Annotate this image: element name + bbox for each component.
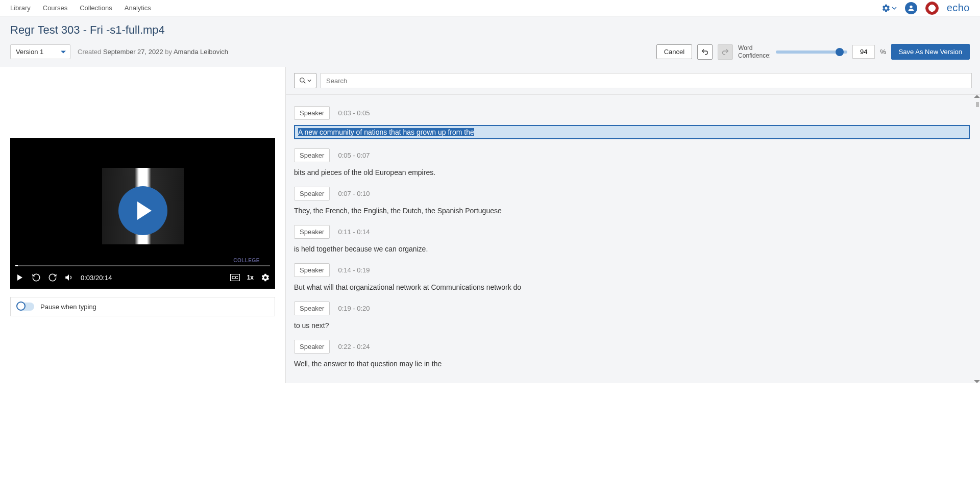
created-date: September 27, 2022 — [103, 48, 163, 56]
segment-text[interactable]: is held together because we can organize… — [294, 244, 972, 254]
segment-text[interactable]: They, the French, the English, the Dutch… — [294, 206, 972, 216]
header-right: Cancel Word Confidence: % Save As New Ve… — [656, 44, 970, 60]
undo-button[interactable] — [697, 44, 713, 60]
speaker-button[interactable]: Speaker — [294, 187, 330, 200]
transcript-segment: Speaker0:11 - 0:14is held together becau… — [294, 225, 972, 254]
segment-text[interactable]: A new community of nations that has grow… — [294, 125, 970, 139]
word-confidence-slider[interactable] — [776, 51, 847, 54]
scroll-thumb[interactable] — [976, 102, 979, 107]
segment-time: 0:22 - 0:24 — [338, 343, 370, 350]
chevron-down-icon — [892, 6, 897, 11]
volume-icon — [64, 273, 74, 282]
redo-icon — [721, 48, 729, 56]
user-account-icon[interactable] — [905, 2, 917, 14]
word-confidence-label: Word Confidence: — [738, 44, 771, 59]
video-settings-button[interactable] — [261, 273, 270, 282]
nav-analytics[interactable]: Analytics — [125, 4, 151, 12]
segment-text[interactable]: Well, the answer to that question may li… — [294, 359, 972, 369]
video-time: 0:03/20:14 — [81, 274, 112, 282]
chevron-down-icon — [307, 79, 311, 83]
segment-header: Speaker0:14 - 0:19 — [294, 263, 972, 277]
scrollbar[interactable] — [975, 95, 980, 383]
redo-button — [718, 44, 733, 60]
gear-icon — [881, 4, 891, 13]
segment-text[interactable]: bits and pieces of the old European empi… — [294, 167, 972, 178]
speaker-button[interactable]: Speaker — [294, 148, 330, 162]
settings-menu[interactable] — [881, 4, 897, 13]
percent-label: % — [880, 48, 886, 56]
play-button[interactable] — [15, 273, 24, 282]
video-player: COLLEGE 0:03/20:14 CC 1x — [10, 138, 275, 289]
left-pane: COLLEGE 0:03/20:14 CC 1x — [0, 67, 286, 383]
svg-point-1 — [300, 78, 304, 82]
segment-time: 0:05 - 0:07 — [338, 152, 370, 159]
created-text: Created September 27, 2022 by Amanda Lei… — [78, 48, 228, 56]
volume-button[interactable] — [64, 273, 74, 282]
page-header: Regr Test 303 - Fri -s1-full.mp4 Version… — [0, 16, 980, 67]
segment-time: 0:07 - 0:10 — [338, 190, 370, 197]
undo-icon — [701, 48, 709, 56]
institution-badge[interactable] — [925, 2, 939, 15]
segment-header: Speaker0:19 - 0:20 — [294, 301, 972, 315]
top-nav: Library Courses Collections Analytics ec… — [0, 0, 980, 16]
cancel-button[interactable]: Cancel — [656, 44, 692, 59]
speaker-button[interactable]: Speaker — [294, 301, 330, 315]
right-pane: Speaker0:03 - 0:05A new community of nat… — [286, 67, 980, 383]
speaker-button[interactable]: Speaker — [294, 263, 330, 277]
segment-time: 0:19 - 0:20 — [338, 305, 370, 312]
person-icon — [907, 4, 915, 12]
gear-icon — [261, 273, 270, 282]
transcript-segment: Speaker0:07 - 0:10They, the French, the … — [294, 187, 972, 216]
scroll-up-icon[interactable] — [974, 95, 980, 98]
pause-when-typing-label: Pause when typing — [40, 303, 96, 311]
pause-when-typing-row: Pause when typing — [10, 297, 275, 316]
segment-text[interactable]: But what will that organizational networ… — [294, 282, 972, 292]
segment-header: Speaker0:22 - 0:24 — [294, 340, 972, 354]
save-button[interactable]: Save As New Version — [891, 44, 970, 60]
transcript-segment: Speaker0:19 - 0:20to us next? — [294, 301, 972, 331]
svg-line-2 — [304, 82, 306, 84]
rewind-button[interactable] — [32, 273, 41, 282]
nav-courses[interactable]: Courses — [43, 4, 67, 12]
main: COLLEGE 0:03/20:14 CC 1x — [0, 67, 980, 383]
pause-when-typing-toggle[interactable] — [17, 303, 34, 311]
speaker-button[interactable]: Speaker — [294, 106, 330, 120]
nav-links: Library Courses Collections Analytics — [10, 4, 151, 12]
page-title: Regr Test 303 - Fri -s1-full.mp4 — [10, 23, 970, 37]
created-author: Amanda Leibovich — [174, 48, 228, 56]
segment-time: 0:11 - 0:14 — [338, 228, 370, 236]
scroll-down-icon[interactable] — [974, 380, 980, 383]
speaker-button[interactable]: Speaker — [294, 340, 330, 354]
forward-icon — [48, 272, 57, 283]
rewind-icon — [32, 272, 41, 283]
nav-right: echo — [881, 2, 970, 15]
play-icon — [16, 274, 23, 281]
transcript-list[interactable]: Speaker0:03 - 0:05A new community of nat… — [286, 95, 980, 383]
transcript-segment: Speaker0:03 - 0:05A new community of nat… — [294, 106, 972, 139]
segment-header: Speaker0:05 - 0:07 — [294, 148, 972, 162]
segment-text[interactable]: to us next? — [294, 320, 972, 331]
segment-header: Speaker0:07 - 0:10 — [294, 187, 972, 200]
header-left: Version 1 Created September 27, 2022 by … — [10, 44, 228, 59]
speaker-button[interactable]: Speaker — [294, 225, 330, 239]
version-select[interactable]: Version 1 — [10, 44, 70, 59]
play-big-button[interactable] — [118, 186, 167, 235]
search-input[interactable] — [321, 73, 972, 88]
forward-button[interactable] — [48, 273, 57, 282]
echo-logo[interactable]: echo — [947, 2, 970, 14]
nav-library[interactable]: Library — [10, 4, 31, 12]
segment-time: 0:14 - 0:19 — [338, 266, 370, 274]
segment-time: 0:03 - 0:05 — [338, 109, 370, 117]
video-watermark: COLLEGE — [233, 258, 260, 263]
created-prefix: Created — [78, 48, 103, 56]
speed-button[interactable]: 1x — [247, 274, 254, 281]
segment-header: Speaker0:11 - 0:14 — [294, 225, 972, 239]
search-row — [286, 67, 980, 95]
header-row: Version 1 Created September 27, 2022 by … — [10, 44, 970, 60]
nav-collections[interactable]: Collections — [80, 4, 112, 12]
word-confidence-value[interactable] — [852, 45, 875, 59]
transcript-segment: Speaker0:05 - 0:07bits and pieces of the… — [294, 148, 972, 178]
video-controls: 0:03/20:14 CC 1x — [10, 266, 275, 289]
cc-button[interactable]: CC — [230, 274, 240, 281]
search-dropdown-button[interactable] — [294, 73, 316, 88]
